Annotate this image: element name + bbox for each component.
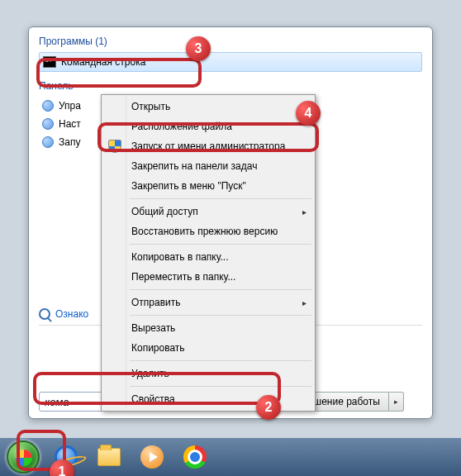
start-button[interactable] [7, 443, 40, 471]
shutdown-options-button[interactable]: ▸ [389, 392, 404, 412]
taskbar-media-player[interactable] [135, 443, 169, 471]
ctx-pin-taskbar[interactable]: Закрепить на панели задач [103, 156, 313, 176]
taskbar [0, 438, 461, 476]
ctx-separator [130, 360, 311, 361]
ctx-separator [130, 386, 311, 387]
ctx-share[interactable]: Общий доступ▸ [103, 202, 313, 221]
group-panel-title: Панель [39, 80, 422, 92]
ctx-separator [130, 315, 311, 316]
ctx-properties[interactable]: Свойства [103, 389, 313, 409]
ctx-open-location[interactable]: Расположение файла [103, 117, 313, 136]
mic-icon [42, 118, 54, 130]
search-result-cmd[interactable]: Командная строка [39, 52, 422, 72]
cmd-icon [43, 56, 56, 68]
ctx-send-to[interactable]: Отправить▸ [103, 293, 313, 312]
taskbar-chrome[interactable] [178, 443, 211, 471]
search-result-label: Командная строка [61, 56, 145, 68]
ctx-run-as-admin[interactable]: Запуск от имени администратора [103, 136, 313, 156]
windows-orb-icon [7, 440, 40, 474]
chevron-right-icon: ▸ [302, 298, 307, 307]
folder-icon [97, 448, 121, 466]
ctx-cut[interactable]: Вырезать [103, 318, 313, 338]
mic-icon [42, 100, 54, 112]
ctx-copy-to-folder[interactable]: Копировать в папку... [103, 247, 313, 267]
taskbar-explorer[interactable] [93, 443, 126, 471]
shield-icon [108, 140, 121, 153]
search-text: кома [45, 396, 69, 408]
media-player-icon [140, 445, 164, 469]
ctx-pin-start[interactable]: Закрепить в меню "Пуск" [103, 176, 313, 196]
ctx-move-to-folder[interactable]: Переместить в папку... [103, 267, 313, 287]
chrome-icon [183, 445, 207, 469]
search-icon [39, 308, 50, 320]
ctx-restore-prev[interactable]: Восстановить прежнюю версию [103, 221, 313, 241]
ctx-delete[interactable]: Удалить [103, 364, 313, 383]
ctx-copy[interactable]: Копировать [103, 338, 313, 358]
ie-icon [55, 445, 78, 469]
taskbar-ie[interactable] [50, 443, 83, 471]
ctx-separator [130, 198, 311, 199]
ctx-open[interactable]: Открыть [103, 97, 313, 117]
ctx-separator [130, 289, 311, 290]
ctx-separator [130, 244, 311, 245]
context-menu: Открыть Расположение файла Запуск от име… [101, 94, 316, 412]
mic-icon [42, 136, 54, 148]
chevron-right-icon: ▸ [302, 207, 307, 217]
group-programs-title: Программы (1) [39, 36, 422, 47]
